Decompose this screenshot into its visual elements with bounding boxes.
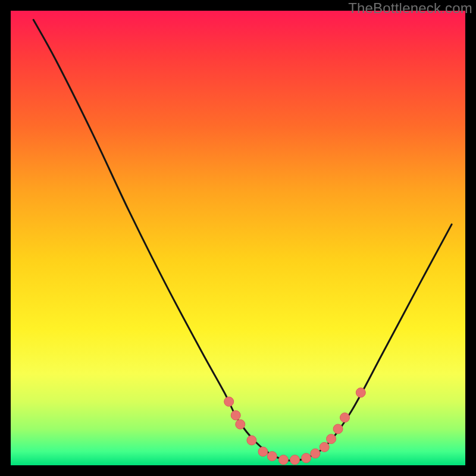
curve-dot	[236, 419, 245, 429]
curve-dot	[278, 455, 288, 465]
curve-dot	[247, 436, 256, 445]
curve-dot	[327, 434, 336, 444]
curve-dot	[333, 424, 343, 434]
curve-dot	[340, 413, 350, 422]
curve-dot	[356, 388, 365, 397]
curve-dot	[258, 447, 268, 456]
curve-dot	[311, 449, 320, 458]
curve-dot	[224, 397, 234, 406]
chart-svg	[11, 11, 465, 465]
curve-dot	[320, 442, 329, 452]
curve-dot	[290, 455, 300, 465]
curve-dots-group	[224, 388, 366, 465]
curve-dot	[267, 452, 277, 461]
curve-dot	[302, 453, 311, 463]
curve-dot	[231, 411, 240, 420]
bottleneck-curve	[33, 20, 452, 461]
